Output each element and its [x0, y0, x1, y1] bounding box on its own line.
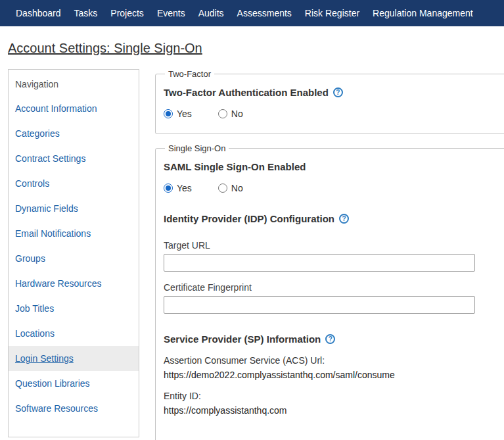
top-navigation: Dashboard Tasks Projects Events Audits A… [0, 0, 504, 26]
two-factor-heading-text: Two-Factor Authentication Enabled [164, 87, 329, 98]
nav-tasks[interactable]: Tasks [68, 0, 104, 26]
nav-audits[interactable]: Audits [192, 0, 231, 26]
help-icon[interactable]: ? [325, 334, 335, 344]
nav-regulation-management[interactable]: Regulation Management [366, 0, 480, 26]
sidebar-item-software-resources[interactable]: Software Resources [9, 396, 139, 421]
sidebar-item-categories[interactable]: Categories [9, 121, 139, 146]
sidebar-item-groups[interactable]: Groups [9, 246, 139, 271]
nav-projects[interactable]: Projects [104, 0, 150, 26]
idp-configuration-heading: Identity Provider (IDP) Configuration ? [164, 213, 504, 224]
saml-no-label: No [231, 183, 243, 193]
two-factor-no-label: No [231, 109, 243, 119]
nav-assessments[interactable]: Assessments [231, 0, 298, 26]
main-content: Two-Factor Two-Factor Authentication Ena… [155, 69, 504, 440]
sidebar-item-dynamic-fields[interactable]: Dynamic Fields [9, 196, 139, 221]
acs-url-label: Assertion Consumer Service (ACS) Url: [164, 355, 504, 366]
sidebar-item-login-settings[interactable]: Login Settings [9, 346, 139, 371]
nav-risk-register[interactable]: Risk Register [298, 0, 366, 26]
entity-id-label: Entity ID: [164, 391, 504, 401]
single-sign-on-legend: Single Sign-On [165, 143, 229, 153]
acs-url-value: https://demo2022.complyassistanthq.com/s… [164, 370, 504, 380]
sp-information-heading: Service Provider (SP) Information ? [164, 333, 504, 345]
two-factor-yes-radio[interactable] [164, 109, 173, 118]
help-icon[interactable]: ? [339, 214, 349, 224]
sidebar-item-locations[interactable]: Locations [9, 321, 139, 346]
saml-heading-text: SAML Single Sign-On Enabled [164, 161, 306, 172]
certificate-fingerprint-label: Certificate Fingerprint [164, 282, 504, 293]
two-factor-section: Two-Factor Two-Factor Authentication Ena… [155, 69, 504, 134]
help-icon[interactable]: ? [333, 87, 343, 97]
saml-no-radio[interactable] [218, 183, 227, 193]
sidebar-item-contract-settings[interactable]: Contract Settings [9, 146, 139, 171]
sidebar-item-job-titles[interactable]: Job Titles [9, 296, 139, 321]
content-area: Navigation Account Information Categorie… [8, 69, 504, 440]
sidebar-item-controls[interactable]: Controls [9, 171, 139, 196]
sidebar-item-email-notifications[interactable]: Email Notifications [9, 221, 139, 246]
entity-id-value: https://complyassistanthq.com [164, 405, 504, 416]
sidebar-item-hardware-resources[interactable]: Hardware Resources [9, 271, 139, 296]
sidebar-header: Navigation [9, 74, 139, 96]
two-factor-yes-label: Yes [177, 109, 192, 119]
sidebar-navigation: Navigation Account Information Categorie… [8, 69, 139, 437]
nav-dashboard[interactable]: Dashboard [9, 0, 68, 26]
sidebar-item-account-information[interactable]: Account Information [9, 96, 139, 121]
two-factor-legend: Two-Factor [165, 69, 214, 79]
two-factor-no-radio[interactable] [218, 109, 227, 118]
target-url-input[interactable] [164, 254, 475, 272]
saml-radio-group: Yes No [164, 183, 504, 193]
saml-yes-label: Yes [177, 183, 192, 193]
two-factor-heading: Two-Factor Authentication Enabled ? [164, 87, 504, 98]
page-title: Account Settings: Single Sign-On [8, 41, 202, 56]
target-url-label: Target URL [164, 240, 504, 251]
saml-heading: SAML Single Sign-On Enabled [164, 161, 504, 172]
sp-heading-text: Service Provider (SP) Information [164, 333, 321, 345]
idp-heading-text: Identity Provider (IDP) Configuration [164, 213, 334, 224]
sidebar-item-question-libraries[interactable]: Question Libraries [9, 371, 139, 396]
nav-events[interactable]: Events [150, 0, 192, 26]
certificate-fingerprint-input[interactable] [164, 296, 475, 314]
two-factor-radio-group: Yes No [164, 109, 504, 119]
saml-yes-radio[interactable] [164, 183, 173, 193]
single-sign-on-section: Single Sign-On SAML Single Sign-On Enabl… [155, 143, 504, 440]
